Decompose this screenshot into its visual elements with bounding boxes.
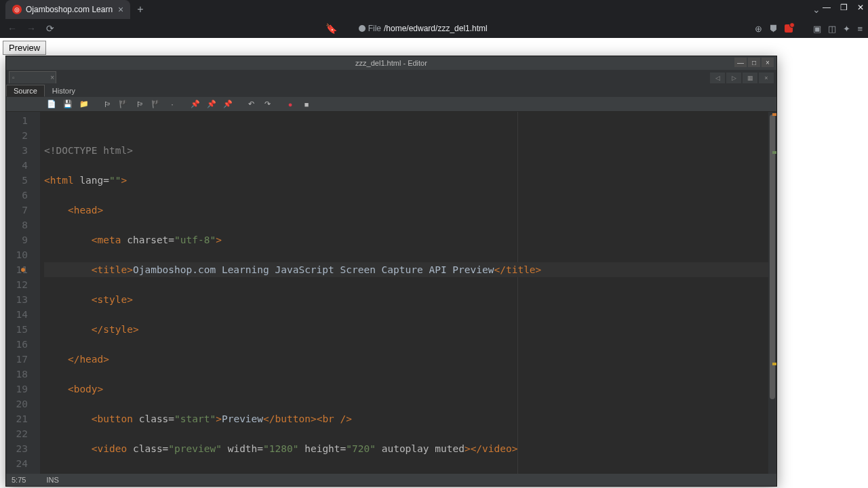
- preview-button[interactable]: Preview: [3, 41, 46, 55]
- fold-gutter: [33, 112, 40, 474]
- vertical-scrollbar[interactable]: [768, 112, 776, 474]
- tool-prev-icon[interactable]: ↶: [243, 98, 258, 110]
- url-bar[interactable]: 🔖 File /home/edward/zzz_del1.html: [62, 23, 749, 34]
- nav-control-strip: ◁ ▷ ▦ ×: [710, 73, 774, 83]
- editor-toolbar: 📄 💾 📁 🏳 🏴 🏳 🏴 · 📌 📌 📌 ↶ ↷ ● ■: [6, 97, 776, 112]
- marker-icon: [772, 363, 776, 365]
- minimize-icon[interactable]: ―: [823, 3, 831, 12]
- cursor-position: 5:75: [12, 476, 26, 484]
- url-path: /home/edward/zzz_del1.html: [384, 24, 488, 33]
- editor-window: zzz_del1.html - Editor ― □ × ▫× ◁ ▷ ▦ × …: [5, 56, 777, 487]
- insert-mode: INS: [46, 476, 58, 484]
- url-scheme: File: [359, 24, 381, 33]
- bookmark-icon[interactable]: 🔖: [325, 23, 338, 34]
- editor-close-icon[interactable]: ×: [762, 58, 774, 67]
- nav-next-icon[interactable]: ▷: [726, 73, 741, 83]
- code-editor[interactable]: 1234567891011121314151617181920212223242…: [6, 112, 776, 474]
- browser-tab[interactable]: ◎ Ojamboshop.com Learn ×: [5, 0, 130, 19]
- tool-save-icon[interactable]: 💾: [60, 98, 75, 110]
- tab-strip: ◎ Ojamboshop.com Learn × + ⌄ ― ❐ ✕: [0, 0, 868, 19]
- tool-pin1-icon[interactable]: 📌: [188, 98, 203, 110]
- tool-dot-icon[interactable]: ·: [165, 98, 180, 110]
- tool-flag3-icon[interactable]: 🏳: [132, 98, 147, 110]
- reload-button[interactable]: ⟳: [43, 23, 57, 34]
- sidebar-icon[interactable]: ▣: [813, 24, 821, 34]
- tool-flag1-icon[interactable]: 🏳: [100, 98, 115, 110]
- tool-file-icon[interactable]: 📄: [44, 98, 59, 110]
- panel-icon[interactable]: ◫: [828, 24, 836, 34]
- file-tab-row: ▫× ◁ ▷ ▦ ×: [6, 70, 776, 83]
- tool-pin3-icon[interactable]: 📌: [220, 98, 235, 110]
- window-controls: ― ❐ ✕: [823, 3, 864, 12]
- file-tab-close-icon[interactable]: ×: [50, 74, 54, 81]
- sparkle-icon[interactable]: ✦: [843, 24, 850, 34]
- tool-folder-icon[interactable]: 📁: [77, 98, 92, 110]
- forward-button[interactable]: →: [24, 23, 38, 34]
- editor-minimize-icon[interactable]: ―: [734, 58, 747, 67]
- tool-next-icon[interactable]: ↷: [260, 98, 275, 110]
- nav-list-icon[interactable]: ▦: [743, 73, 757, 83]
- maximize-icon[interactable]: ❐: [840, 3, 848, 12]
- address-bar: ← → ⟳ 🔖 File /home/edward/zzz_del1.html …: [0, 19, 868, 38]
- tool-pin2-icon[interactable]: 📌: [204, 98, 219, 110]
- tab-history[interactable]: History: [45, 85, 83, 97]
- menu-icon[interactable]: ≡: [857, 24, 863, 34]
- close-window-icon[interactable]: ✕: [857, 3, 864, 12]
- shield-icon[interactable]: ⛊: [769, 24, 778, 34]
- extensions-icon[interactable]: [785, 24, 793, 33]
- file-tab[interactable]: ▫×: [9, 71, 56, 83]
- tool-flag2-icon[interactable]: 🏴: [116, 98, 131, 110]
- editor-titlebar[interactable]: zzz_del1.html - Editor ― □ ×: [6, 56, 776, 70]
- tab-source[interactable]: Source: [6, 85, 45, 97]
- editor-statusbar: 5:75 INS: [6, 474, 776, 486]
- editor-maximize-icon[interactable]: □: [748, 58, 760, 67]
- zoom-icon[interactable]: ⊕: [755, 24, 762, 34]
- scrollbar-thumb[interactable]: [770, 115, 775, 399]
- favicon-icon: ◎: [12, 5, 22, 14]
- marker-icon: [772, 113, 776, 116]
- tool-flag4-icon[interactable]: 🏴: [149, 98, 163, 110]
- warning-icon: ●: [21, 262, 28, 269]
- nav-prev-icon[interactable]: ◁: [710, 73, 725, 83]
- code-content[interactable]: <!DOCTYPE html> <html lang=""> <head> <m…: [40, 112, 776, 474]
- tab-title: Ojamboshop.com Learn: [26, 5, 113, 14]
- back-button[interactable]: ←: [5, 23, 19, 34]
- marker-icon: [772, 151, 776, 154]
- nav-close-icon[interactable]: ×: [759, 73, 774, 83]
- tool-stop-icon[interactable]: ■: [299, 98, 314, 110]
- close-icon[interactable]: ×: [118, 4, 123, 15]
- column-ruler: [517, 112, 518, 474]
- source-tabs: Source History: [6, 83, 776, 97]
- tool-record-icon[interactable]: ●: [283, 98, 298, 110]
- editor-title-text: zzz_del1.html - Editor: [355, 59, 427, 67]
- new-tab-button[interactable]: +: [137, 3, 143, 16]
- line-gutter: 1234567891011121314151617181920212223242…: [6, 112, 33, 474]
- browser-chrome: ◎ Ojamboshop.com Learn × + ⌄ ― ❐ ✕ ← → ⟳…: [0, 0, 868, 38]
- chevron-down-icon[interactable]: ⌄: [812, 4, 821, 15]
